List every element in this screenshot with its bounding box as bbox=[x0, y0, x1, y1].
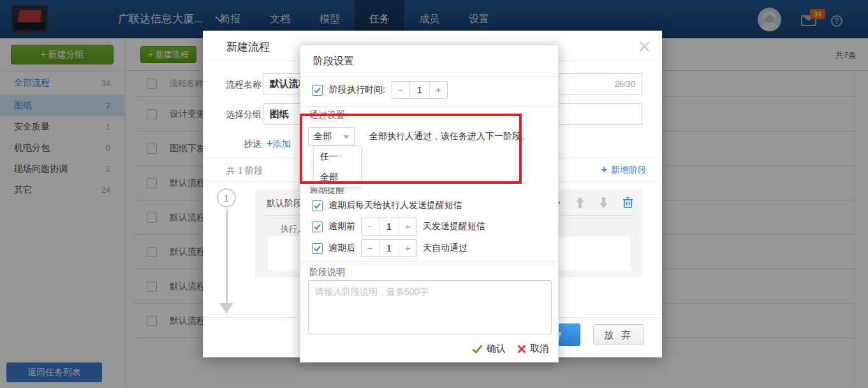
stepper-value: 1 bbox=[379, 240, 399, 257]
app-window: 广联达信息大厦... 简报 文档 模型 任务 成员 设置 34 ? + 新建分组… bbox=[0, 0, 868, 388]
overdue-before-prefix: 逾期前 bbox=[328, 221, 355, 232]
overdue-daily-label: 逾期后每天给执行人发送提醒短信 bbox=[328, 200, 462, 211]
stage-actions bbox=[549, 197, 633, 209]
confirm-label: 确认 bbox=[487, 343, 506, 355]
cancel-label: 取消 bbox=[530, 343, 549, 355]
overdue-row-daily: 逾期后每天给执行人发送提醒短信 bbox=[312, 200, 462, 211]
stepper-value: 1 bbox=[409, 82, 430, 98]
modal-title: 新建流程 bbox=[226, 40, 270, 54]
exec-time-stepper: − 1 + bbox=[392, 81, 448, 99]
pass-mode-dropdown[interactable]: 全部 bbox=[308, 127, 355, 146]
overdue-before-checkbox[interactable] bbox=[312, 221, 323, 232]
check-icon bbox=[472, 345, 483, 354]
move-down-icon[interactable] bbox=[599, 197, 608, 208]
stage-number-badge: 1 bbox=[217, 188, 236, 207]
stage-note-label: 阶段说明 bbox=[309, 267, 345, 278]
plus-icon: + bbox=[601, 164, 607, 175]
stage-name: 默认阶段 bbox=[267, 198, 302, 209]
exec-time-row: 阶段执行时间: − 1 + bbox=[312, 81, 448, 99]
group-select-value: 图纸 bbox=[270, 108, 289, 121]
add-stage-button[interactable]: +新增阶段 bbox=[601, 164, 647, 176]
overdue-row-after: 逾期后 − 1 + 天自动通过 bbox=[312, 239, 467, 257]
pass-mode-value: 全部 bbox=[314, 131, 332, 141]
option-any[interactable]: 任一 bbox=[314, 146, 361, 167]
pass-mode-options: 任一 全部 bbox=[313, 146, 362, 188]
stage-settings-modal: 阶段设置 阶段执行时间: − 1 + 通过设置 全部 任一 全部 全部执行人通过… bbox=[300, 45, 559, 362]
discard-button[interactable]: 放 弃 bbox=[593, 324, 644, 345]
cc-add-button[interactable]: +添加 bbox=[267, 138, 290, 150]
stepper-minus-button[interactable]: − bbox=[392, 82, 409, 98]
exec-time-checkbox[interactable] bbox=[312, 85, 323, 96]
confirm-button[interactable]: 确认 bbox=[472, 343, 506, 355]
divider bbox=[300, 76, 558, 77]
stage-settings-title: 阶段设置 bbox=[313, 55, 354, 68]
x-icon bbox=[517, 345, 526, 354]
stage-summary-label: 共 1 阶段 bbox=[226, 165, 263, 177]
overdue-after-checkbox[interactable] bbox=[312, 243, 323, 254]
overdue-after-prefix: 逾期后 bbox=[328, 243, 355, 254]
exec-time-label: 阶段执行时间: bbox=[329, 84, 385, 96]
divider bbox=[300, 261, 558, 262]
overdue-before-stepper: − 1 + bbox=[361, 218, 417, 235]
stepper-minus-button[interactable]: − bbox=[362, 240, 379, 257]
flow-name-label: 流程名称 bbox=[222, 79, 261, 91]
option-all[interactable]: 全部 bbox=[314, 167, 361, 187]
stage-note-textarea[interactable] bbox=[308, 280, 552, 334]
timeline-line bbox=[226, 209, 228, 303]
move-up-icon[interactable] bbox=[575, 197, 585, 208]
cc-label: 抄送 bbox=[222, 138, 261, 150]
pass-settings-label: 通过设置 bbox=[309, 110, 345, 121]
timeline-arrow-icon bbox=[219, 303, 233, 313]
stepper-value: 1 bbox=[379, 218, 399, 235]
add-stage-label: 新增阶段 bbox=[611, 165, 647, 175]
stage-settings-footer: 确认 取消 bbox=[472, 343, 549, 355]
overdue-row-before: 逾期前 − 1 + 天发送提醒短信 bbox=[312, 218, 485, 235]
stepper-minus-button[interactable]: − bbox=[362, 218, 379, 235]
cancel-button[interactable]: 取消 bbox=[517, 343, 549, 355]
trash-icon[interactable] bbox=[622, 197, 633, 209]
pass-description: 全部执行人通过，该任务进入下一阶段。 bbox=[369, 127, 530, 146]
cc-add-label: 添加 bbox=[272, 138, 290, 149]
overdue-after-stepper: − 1 + bbox=[361, 239, 417, 257]
caret-down-icon bbox=[343, 135, 349, 139]
overdue-before-suffix: 天发送提醒短信 bbox=[423, 221, 485, 232]
stepper-plus-button[interactable]: + bbox=[430, 82, 447, 98]
overdue-after-suffix: 天自动通过 bbox=[423, 243, 467, 254]
overdue-daily-checkbox[interactable] bbox=[312, 200, 323, 211]
group-select-label: 选择分组 bbox=[222, 109, 261, 121]
plus-icon: + bbox=[267, 138, 272, 149]
stepper-plus-button[interactable]: + bbox=[399, 218, 416, 235]
close-icon[interactable]: × bbox=[637, 36, 652, 57]
char-counter: 26/30 bbox=[614, 79, 635, 89]
stepper-plus-button[interactable]: + bbox=[399, 240, 416, 257]
divider bbox=[300, 106, 558, 107]
